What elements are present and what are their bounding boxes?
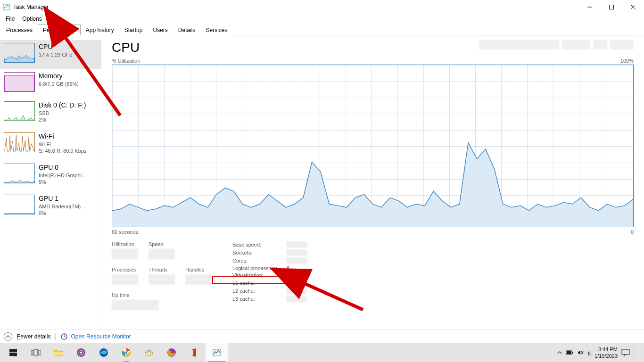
close-button[interactable] bbox=[622, 0, 644, 14]
x-axis-right: 0 bbox=[631, 229, 634, 235]
volume-icon[interactable] bbox=[577, 349, 584, 356]
stat-row: Base speed: bbox=[232, 241, 307, 248]
taskview-button[interactable] bbox=[25, 343, 47, 362]
menu-file[interactable]: File bbox=[2, 14, 18, 25]
stat-row: Logical processors:4 bbox=[232, 265, 307, 271]
svg-point-21 bbox=[125, 352, 128, 354]
battery-icon[interactable] bbox=[566, 349, 573, 356]
fewer-details-link[interactable]: Fewer details bbox=[17, 333, 50, 340]
taskbar-edge[interactable] bbox=[92, 343, 115, 362]
footer: Fewer details Open Resource Monitor bbox=[0, 329, 644, 343]
svg-point-16 bbox=[80, 352, 82, 354]
taskbar-firefox[interactable] bbox=[160, 343, 183, 362]
svg-point-26 bbox=[150, 354, 151, 355]
svg-rect-34 bbox=[622, 349, 629, 354]
cpu-name-redacted bbox=[479, 40, 634, 49]
menu-options[interactable]: Options bbox=[18, 14, 45, 25]
sparkline bbox=[4, 164, 35, 183]
redacted-value bbox=[286, 296, 307, 302]
cpu-stats-right: Base speed:Sockets:Cores:Logical process… bbox=[232, 241, 307, 310]
svg-point-24 bbox=[149, 351, 150, 352]
cpu-stats-left: Utilization Speed Processes Threads Hand… bbox=[112, 241, 214, 310]
taskbar-paint[interactable] bbox=[138, 343, 160, 362]
stat-row: L1 cache: bbox=[232, 280, 307, 286]
sparkline bbox=[4, 101, 35, 121]
tray-overflow-icon[interactable] bbox=[557, 350, 562, 355]
taskbar-taskmanager[interactable] bbox=[206, 343, 228, 362]
svg-rect-31 bbox=[567, 351, 571, 354]
taskbar-office[interactable] bbox=[183, 343, 206, 362]
svg-rect-9 bbox=[13, 353, 17, 356]
stat-row: Cores: bbox=[232, 257, 307, 264]
y-axis-max: 100% bbox=[620, 58, 634, 64]
page-title: CPU bbox=[112, 40, 140, 55]
system-tray: ε 8:44 PM 1/19/2023 bbox=[557, 346, 642, 359]
sidebar-item-memory[interactable]: Memory 6.8/7.9 GB (86%) bbox=[0, 69, 101, 99]
taskbar-tor[interactable] bbox=[70, 343, 92, 362]
x-axis-left: 60 seconds bbox=[112, 229, 138, 235]
stat-row: L2 cache: bbox=[232, 288, 307, 294]
tab-processes[interactable]: Processes bbox=[1, 25, 38, 35]
taskmanager-icon bbox=[3, 3, 10, 11]
taskbar-chrome[interactable] bbox=[115, 343, 138, 362]
tab-details[interactable]: Details bbox=[173, 25, 201, 35]
svg-point-23 bbox=[147, 352, 148, 353]
svg-rect-7 bbox=[13, 349, 17, 352]
stat-row: L3 cache: bbox=[232, 296, 307, 302]
main-pane: CPU % Utilization 100% 60 seconds 0 bbox=[101, 35, 644, 329]
tab-users[interactable]: Users bbox=[148, 25, 173, 35]
tab-startup[interactable]: Startup bbox=[119, 25, 148, 35]
redacted-value bbox=[286, 288, 307, 294]
taskbar-file-explorer[interactable] bbox=[47, 343, 70, 362]
svg-rect-12 bbox=[39, 350, 41, 355]
tray-clock[interactable]: 8:44 PM 1/19/2023 bbox=[594, 346, 618, 359]
redacted-value bbox=[286, 249, 307, 256]
maximize-button[interactable] bbox=[601, 0, 622, 14]
taskbar: ε 8:44 PM 1/19/2023 bbox=[0, 343, 644, 362]
minimize-button[interactable] bbox=[579, 0, 601, 14]
tray-language[interactable]: ε bbox=[587, 349, 591, 357]
sparkline bbox=[4, 195, 35, 214]
tabbar: Processes Performance App history Startu… bbox=[0, 25, 644, 35]
sidebar-item-wi-fi[interactable]: Wi-Fi Wi-Fi S: 48.0 R: 80.0 Kbps bbox=[0, 130, 101, 161]
sidebar-item-disk-0-c-d-f-[interactable]: Disk 0 (C: D: F:) SSD 2% bbox=[0, 99, 101, 130]
open-resource-monitor-link[interactable]: Open Resource Monitor bbox=[60, 333, 131, 340]
redacted-value bbox=[286, 257, 307, 264]
redacted-value bbox=[286, 280, 307, 286]
svg-rect-10 bbox=[31, 350, 33, 355]
tab-app-history[interactable]: App history bbox=[81, 25, 119, 35]
window-title: Task Manager bbox=[13, 4, 49, 10]
resource-monitor-icon bbox=[60, 333, 68, 340]
tab-performance[interactable]: Performance bbox=[38, 25, 81, 35]
sparkline bbox=[4, 132, 35, 152]
tab-services[interactable]: Services bbox=[201, 25, 233, 35]
svg-rect-6 bbox=[9, 349, 13, 352]
start-button[interactable] bbox=[2, 343, 25, 362]
show-desktop[interactable] bbox=[634, 346, 638, 359]
redacted-value bbox=[112, 300, 159, 310]
menu-view[interactable]: View bbox=[46, 14, 66, 25]
separator bbox=[55, 333, 56, 340]
svg-rect-11 bbox=[34, 349, 38, 356]
notifications-icon[interactable] bbox=[621, 349, 630, 356]
svg-point-25 bbox=[150, 352, 152, 353]
sidebar-item-gpu-1[interactable]: GPU 1 AMD Radeon(TM) ... 0% bbox=[0, 192, 101, 223]
sparkline bbox=[4, 72, 35, 92]
chevron-up-icon[interactable] bbox=[4, 332, 12, 341]
y-axis-label: % Utilization bbox=[112, 58, 140, 64]
stat-row: Virtualization:Enabled bbox=[232, 272, 307, 278]
sidebar: CPU 17% 1.29 GHz Memory 6.8/7.9 GB (86%)… bbox=[0, 35, 101, 329]
menubar: File Options View bbox=[0, 14, 644, 25]
stat-row: Sockets: bbox=[232, 249, 307, 256]
sidebar-item-cpu[interactable]: CPU 17% 1.29 GHz bbox=[0, 40, 101, 69]
sidebar-item-gpu-0[interactable]: GPU 0 Intel(R) HD Graphi... 5% bbox=[0, 161, 101, 192]
redacted-value bbox=[112, 274, 138, 285]
redacted-value bbox=[185, 274, 212, 285]
redacted-value bbox=[149, 274, 175, 285]
svg-rect-13 bbox=[54, 352, 63, 355]
titlebar: Task Manager bbox=[0, 0, 644, 14]
svg-rect-30 bbox=[572, 352, 573, 354]
svg-rect-2 bbox=[610, 5, 614, 9]
redacted-value bbox=[112, 249, 138, 259]
redacted-value bbox=[286, 241, 307, 248]
